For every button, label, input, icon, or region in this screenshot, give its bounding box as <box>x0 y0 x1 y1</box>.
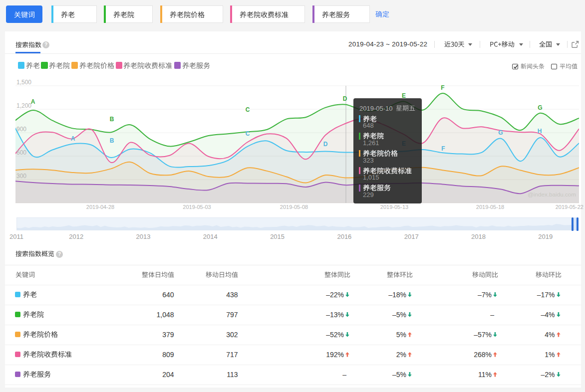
svg-text:D: D <box>323 141 328 148</box>
svg-text:D: D <box>343 95 347 102</box>
svg-text:@index.baidu.com: @index.baidu.com <box>528 191 576 197</box>
svg-text:C: C <box>246 130 250 137</box>
svg-text:C: C <box>246 106 250 113</box>
svg-text:G: G <box>538 104 542 111</box>
svg-text:B: B <box>110 116 114 123</box>
svg-text:F: F <box>441 145 445 152</box>
svg-text:A: A <box>71 135 75 142</box>
svg-text:H: H <box>538 128 542 135</box>
svg-text:G: G <box>498 129 503 136</box>
svg-text:F: F <box>441 84 444 91</box>
svg-text:B: B <box>110 137 114 144</box>
